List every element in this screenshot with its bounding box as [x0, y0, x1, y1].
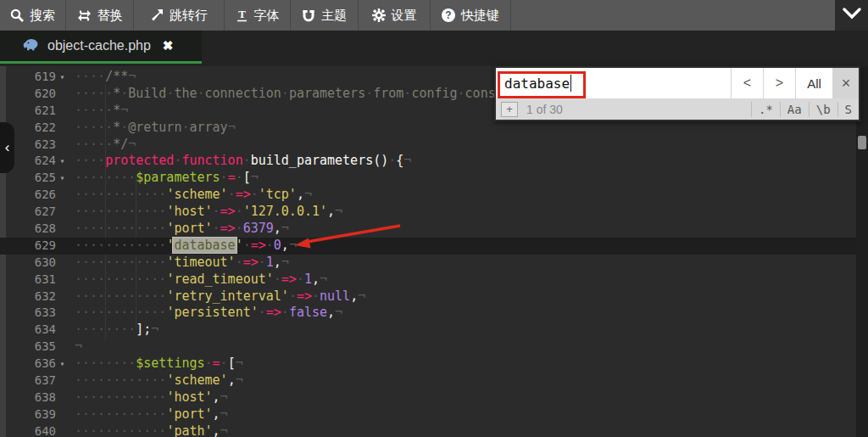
- code-line[interactable]: 628············'port'·=>·6379,¬: [0, 221, 856, 238]
- code-text[interactable]: ············'timeout'·=>·1,¬: [69, 255, 856, 272]
- code-text[interactable]: ············'retry_interval'·=>·null,¬: [69, 289, 856, 305]
- code-text[interactable]: ····protected·function·build_parameters(…: [69, 153, 856, 170]
- fold-marker-icon[interactable]: ▾: [56, 153, 69, 170]
- fold-gutter: [56, 322, 69, 339]
- code-line[interactable]: 639············'port',¬: [0, 406, 856, 423]
- toolbar-font-button[interactable]: T 字体: [225, 0, 291, 31]
- editor-window: 搜索 替换 跳转行 T 字体 主题 设置 ? 快捷键: [0, 0, 868, 437]
- code-line[interactable]: 636▾········$settings·=·[¬: [0, 356, 856, 373]
- code-text[interactable]: ············'port',¬: [69, 406, 856, 423]
- tab-close-icon[interactable]: ✖: [163, 38, 174, 53]
- fold-marker-icon[interactable]: ▾: [56, 356, 69, 373]
- code-text[interactable]: ·····*·@return·array¬: [69, 120, 856, 137]
- line-number: 640: [0, 423, 56, 437]
- find-next-button[interactable]: >: [764, 68, 796, 98]
- code-text[interactable]: ¬: [69, 339, 856, 356]
- chevron-left-small-icon: <: [743, 76, 751, 91]
- line-number: 633: [0, 305, 56, 322]
- toolbar-search-button[interactable]: 搜索: [0, 0, 66, 31]
- toolbar-search-label: 搜索: [30, 8, 55, 24]
- code-line[interactable]: 624▾····protected·function·build_paramet…: [0, 153, 856, 170]
- toolbar-theme-button[interactable]: 主题: [291, 0, 359, 31]
- toolbar-collapse-button[interactable]: [835, 0, 868, 31]
- word-boundary-option-button[interactable]: \b: [809, 102, 837, 117]
- code-editor[interactable]: 619▾····/**¬620·····*·Build·the·connecti…: [0, 66, 868, 437]
- code-line[interactable]: 633············'persistent'·=>·false,¬: [0, 305, 856, 322]
- case-sensitive-option-button[interactable]: Aa: [780, 102, 809, 117]
- code-text[interactable]: ········$parameters·=·[¬: [69, 170, 856, 187]
- find-all-button[interactable]: All: [796, 68, 833, 98]
- sidebar-collapse-handle[interactable]: ‹: [0, 122, 14, 173]
- code-text[interactable]: ········$settings·=·[¬: [69, 356, 856, 373]
- code-text[interactable]: ············'read_timeout'·=>·1,¬: [69, 272, 856, 289]
- code-line[interactable]: 631············'read_timeout'·=>·1,¬: [0, 272, 856, 289]
- code-line[interactable]: 640············'path',¬: [0, 423, 856, 437]
- code-line[interactable]: 635¬: [0, 339, 856, 356]
- code-text[interactable]: ············'database'·=>·0,¬: [69, 238, 856, 255]
- toolbar-filler: [511, 0, 835, 31]
- scrollbar-thumb[interactable]: [858, 136, 866, 149]
- code-text[interactable]: ·····*/¬: [69, 137, 856, 154]
- fold-gutter: [56, 423, 69, 437]
- find-previous-button[interactable]: <: [732, 68, 764, 98]
- line-number: 627: [0, 204, 56, 221]
- close-icon: ×: [842, 75, 851, 92]
- toolbar-settings-button[interactable]: 设置: [359, 0, 431, 31]
- fold-gutter: [56, 221, 69, 238]
- code-line[interactable]: 629············'database'·=>·0,¬: [0, 238, 856, 255]
- toolbar-font-label: 字体: [254, 8, 280, 24]
- line-number: 621: [0, 103, 56, 120]
- tab-bar: object-cache.php ✖: [0, 31, 868, 66]
- code-text[interactable]: ············'path',¬: [69, 423, 856, 437]
- code-line[interactable]: 630············'timeout'·=>·1,¬: [0, 255, 856, 272]
- toolbar-replace-button[interactable]: 替换: [66, 0, 134, 31]
- code-line[interactable]: 634········];¬: [0, 322, 856, 339]
- toolbar-shortcuts-button[interactable]: ? 快捷键: [431, 0, 511, 31]
- selection-option-button[interactable]: S: [837, 102, 859, 117]
- code-text[interactable]: ············'scheme'·=>·'tcp',¬: [69, 187, 856, 204]
- toolbar: 搜索 替换 跳转行 T 字体 主题 设置 ? 快捷键: [0, 0, 868, 31]
- toolbar-shortcuts-label: 快捷键: [461, 8, 499, 24]
- fold-gutter: [56, 406, 69, 423]
- fold-gutter: [56, 389, 69, 406]
- toolbar-goto-line-button[interactable]: 跳转行: [134, 0, 225, 31]
- code-line[interactable]: 632············'retry_interval'·=>·null,…: [0, 289, 856, 305]
- line-number: 630: [0, 255, 56, 272]
- toolbar-replace-label: 替换: [97, 8, 123, 24]
- code-text[interactable]: ············'scheme',¬: [69, 373, 856, 389]
- code-text[interactable]: ············'persistent'·=>·false,¬: [69, 305, 856, 322]
- code-line[interactable]: 625▾········$parameters·=·[¬: [0, 170, 856, 187]
- line-number: 626: [0, 187, 56, 204]
- tab-active-underline: [0, 61, 202, 64]
- line-number: 619: [0, 69, 56, 86]
- line-number: 629: [0, 238, 56, 255]
- code-line[interactable]: 637············'scheme',¬: [0, 373, 856, 389]
- fold-marker-icon[interactable]: ▾: [56, 170, 69, 187]
- fold-marker-icon[interactable]: ▾: [56, 69, 69, 86]
- theme-magnet-icon: [302, 8, 315, 22]
- code-line[interactable]: 622·····*·@return·array¬: [0, 120, 856, 137]
- tab-object-cache-php[interactable]: object-cache.php ✖: [0, 31, 202, 61]
- code-line[interactable]: 623·····*/¬: [0, 137, 856, 154]
- toolbar-theme-label: 主题: [321, 8, 347, 24]
- code-text[interactable]: ············'host',¬: [69, 389, 856, 406]
- line-number: 637: [0, 373, 56, 389]
- line-number: 638: [0, 389, 56, 406]
- search-close-button[interactable]: ×: [833, 68, 859, 98]
- line-number: 639: [0, 406, 56, 423]
- code-line[interactable]: 626············'scheme'·=>·'tcp',¬: [0, 187, 856, 204]
- line-number: 632: [0, 289, 56, 305]
- regex-option-button[interactable]: .*: [751, 102, 780, 117]
- code-line[interactable]: 638············'host',¬: [0, 389, 856, 406]
- fold-gutter: [56, 272, 69, 289]
- add-search-row-button[interactable]: +: [501, 102, 518, 117]
- code-text[interactable]: ········];¬: [69, 322, 856, 339]
- fold-gutter: [56, 305, 69, 322]
- vertical-scrollbar[interactable]: [856, 66, 868, 437]
- code-line[interactable]: 627············'host'·=>·'127.0.0.1',¬: [0, 204, 856, 221]
- code-text[interactable]: ············'host'·=>·'127.0.0.1',¬: [69, 204, 856, 221]
- code-text[interactable]: ············'port'·=>·6379,¬: [69, 221, 856, 238]
- fold-gutter: [56, 120, 69, 137]
- fold-gutter: [56, 187, 69, 204]
- svg-text:T: T: [238, 8, 246, 20]
